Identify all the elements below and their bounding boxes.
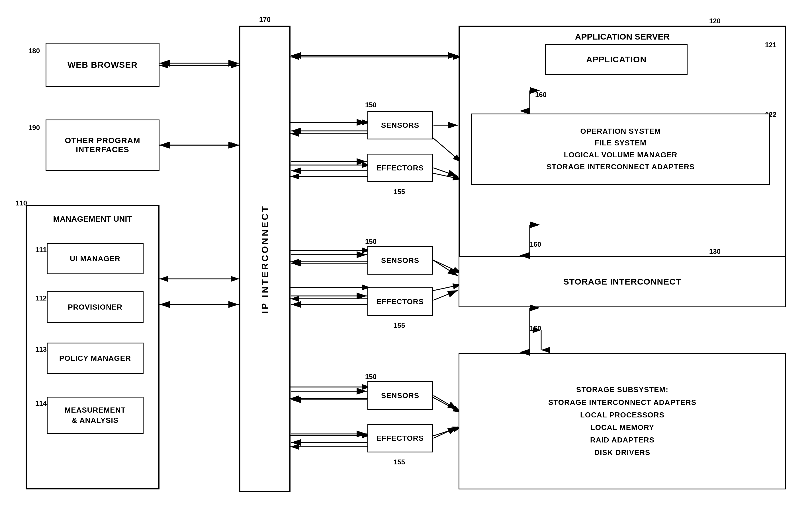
label-180: 180 xyxy=(29,47,40,55)
operation-system-label: OPERATION SYSTEM FILE SYSTEM LOGICAL VOL… xyxy=(547,125,695,173)
label-112: 112 xyxy=(35,294,47,302)
storage-subsystem-box: STORAGE SUBSYSTEM: STORAGE INTERCONNECT … xyxy=(459,353,786,489)
label-155b: 155 xyxy=(394,322,405,329)
application-server-label: APPLICATION SERVER xyxy=(575,32,670,41)
effectors-box-2: EFFECTORS xyxy=(367,287,433,316)
ip-interconnect-label: IP INTERCONNECT xyxy=(260,204,270,313)
provisioner-box: PROVISIONER xyxy=(47,291,143,323)
label-150c: 150 xyxy=(365,373,377,381)
web-browser-box: WEB BROWSER xyxy=(46,43,159,87)
measurement-label: MEASUREMENT & ANALYSIS xyxy=(65,405,126,426)
effectors-box-3: EFFECTORS xyxy=(367,424,433,452)
application-server-box: APPLICATION SERVER 121 APPLICATION 160 1… xyxy=(459,25,786,259)
effectors-box-1: EFFECTORS xyxy=(367,154,433,182)
effectors-label-1: EFFECTORS xyxy=(377,164,424,173)
management-unit-label: MANAGEMENT UNIT xyxy=(53,215,132,224)
sensors-label-3: SENSORS xyxy=(381,391,419,400)
provisioner-label: PROVISIONER xyxy=(68,303,122,311)
label-160b: 160 xyxy=(530,240,541,248)
other-program-box: OTHER PROGRAM INTERFACES xyxy=(46,120,159,171)
measurement-box: MEASUREMENT & ANALYSIS xyxy=(47,397,143,434)
label-190: 190 xyxy=(29,124,40,132)
policy-manager-label: POLICY MANAGER xyxy=(59,354,131,363)
label-160c: 160 xyxy=(530,324,541,332)
label-155c: 155 xyxy=(394,458,405,466)
effectors-label-2: EFFECTORS xyxy=(377,297,424,306)
storage-interconnect-label: STORAGE INTERCONNECT xyxy=(563,277,681,287)
label-160a: 160 xyxy=(535,91,547,99)
label-150a: 150 xyxy=(365,101,377,109)
sensors-box-3: SENSORS xyxy=(367,381,433,410)
web-browser-label: WEB BROWSER xyxy=(68,60,138,70)
label-120: 120 xyxy=(709,17,721,25)
label-113: 113 xyxy=(35,345,47,354)
management-unit-box: MANAGEMENT UNIT 111 UI MANAGER 112 PROVI… xyxy=(25,205,159,489)
sensors-label-2: SENSORS xyxy=(381,256,419,265)
label-170: 170 xyxy=(259,16,271,24)
label-150b: 150 xyxy=(365,238,377,246)
sensors-box-2: SENSORS xyxy=(367,246,433,275)
label-114: 114 xyxy=(35,399,47,408)
label-121: 121 xyxy=(765,41,776,49)
operation-system-box: OPERATION SYSTEM FILE SYSTEM LOGICAL VOL… xyxy=(471,113,770,185)
label-155a: 155 xyxy=(394,188,405,196)
label-130: 130 xyxy=(709,248,721,255)
storage-interconnect-box: STORAGE INTERCONNECT xyxy=(459,256,786,307)
sensors-box-1: SENSORS xyxy=(367,111,433,140)
ui-manager-label: UI MANAGER xyxy=(70,254,120,263)
application-box: APPLICATION xyxy=(545,44,688,75)
ui-manager-box: UI MANAGER xyxy=(47,243,143,274)
policy-manager-box: POLICY MANAGER xyxy=(47,343,143,374)
effectors-label-3: EFFECTORS xyxy=(377,434,424,443)
label-111: 111 xyxy=(35,246,47,254)
sensors-label-1: SENSORS xyxy=(381,121,419,130)
ip-interconnect-box: IP INTERCONNECT xyxy=(239,25,291,492)
other-program-label: OTHER PROGRAM INTERFACES xyxy=(65,136,140,154)
application-label: APPLICATION xyxy=(586,55,646,64)
storage-subsystem-label: STORAGE SUBSYSTEM: STORAGE INTERCONNECT … xyxy=(548,383,696,459)
diagram: 170 IP INTERCONNECT 180 WEB BROWSER 190 … xyxy=(0,0,812,523)
